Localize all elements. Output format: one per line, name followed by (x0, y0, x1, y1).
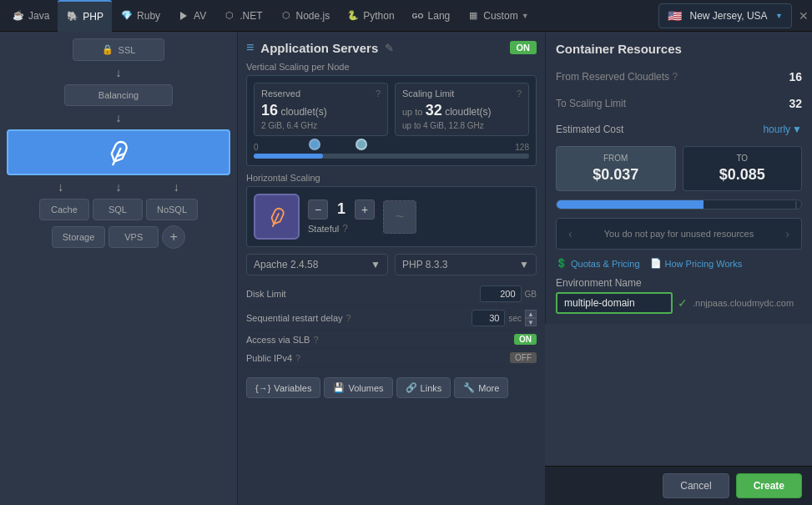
tab-java-label: Java (28, 10, 49, 22)
php-node-box[interactable] (7, 129, 230, 175)
version-row: Apache 2.4.58 ▼ PHP 8.3.3 ▼ (246, 254, 537, 275)
reserved-label: Reserved (261, 88, 300, 98)
scaling-limit-label: Scaling Limit (402, 88, 454, 98)
slider-track (254, 154, 529, 159)
reserved-help-icon[interactable]: ? (376, 88, 381, 98)
tab-php[interactable]: 🐘 PHP (58, 0, 112, 32)
storage-label: Storage (63, 232, 95, 242)
sql-node[interactable]: SQL (93, 199, 143, 220)
storage-node[interactable]: Storage (52, 226, 106, 248)
links-button[interactable]: 🔗 Links (396, 377, 451, 398)
cancel-button[interactable]: Cancel (663, 473, 729, 498)
public-ipv4-row: Public IPv4 ? OFF (246, 349, 537, 367)
pricing-works-label: How Pricing Works (665, 259, 743, 269)
public-ipv4-toggle[interactable]: OFF (510, 352, 537, 363)
next-notice-button[interactable]: › (782, 225, 793, 242)
cost-cards: FROM $0.037 TO $0.085 (556, 146, 802, 191)
counter-value: 1 (333, 200, 350, 218)
tab-dotnet[interactable]: ⬡ .NET (214, 0, 270, 32)
env-name-input[interactable] (556, 292, 673, 314)
volumes-button[interactable]: 💾 Volumes (324, 377, 392, 398)
region-selector[interactable]: 🇺🇸 New Jersey, USA ▼ (658, 3, 792, 28)
restart-delay-help-icon[interactable]: ? (346, 313, 351, 323)
restart-delay-spinner[interactable]: ▲ ▼ (525, 310, 537, 326)
reserved-box: Reserved ? 16 cloudlet(s) 2 GiB, 6.4 GHz (254, 83, 388, 136)
edit-icon[interactable]: ✎ (385, 42, 394, 54)
stateful-help-icon[interactable]: ? (342, 223, 348, 235)
horizontal-scaling-label: Horizontal Scaling (246, 173, 537, 183)
restart-delay-input[interactable] (472, 310, 505, 326)
balancing-node[interactable]: Balancing (64, 84, 173, 106)
cost-from-value: $0.037 (563, 166, 668, 184)
cost-to-card: TO $0.085 (683, 146, 803, 191)
unused-notice-text: You do not pay for unused resources (576, 229, 783, 239)
bottom-nodes: Cache SQL NoSQL (7, 199, 230, 220)
ruby-icon: 💎 (120, 9, 134, 23)
tab-java[interactable]: ☕ Java (3, 0, 58, 32)
php-version-select[interactable]: PHP 8.3.3 ▼ (395, 254, 537, 275)
php-icon: 🐘 (66, 10, 79, 23)
slider-thumb-reserved[interactable] (309, 139, 320, 150)
cache-node[interactable]: Cache (39, 199, 89, 220)
hourly-select[interactable]: hourly ▼ (763, 124, 802, 135)
reserved-sub: 2 GiB, 6.4 GHz (261, 121, 381, 130)
vps-node[interactable]: VPS (108, 226, 159, 248)
tab-nodejs[interactable]: ⬡ Node.js (271, 0, 339, 32)
cost-from-label: FROM (563, 154, 668, 163)
access-slb-help-icon[interactable]: ? (313, 335, 318, 345)
tab-ruby[interactable]: 💎 Ruby (112, 0, 169, 32)
unused-notice: ‹ You do not pay for unused resources › (556, 218, 802, 250)
spin-down[interactable]: ▼ (525, 318, 537, 326)
variables-icon: {→} (255, 383, 270, 393)
help-icon-1[interactable]: ? (672, 71, 678, 83)
volumes-label: Volumes (348, 383, 383, 393)
slider-thumb-limit[interactable] (356, 139, 367, 150)
region-dropdown-icon: ▼ (775, 12, 783, 20)
links-label: Links (421, 383, 442, 393)
scaling-boxes: Reserved ? 16 cloudlet(s) 2 GiB, 6.4 GHz… (246, 75, 537, 166)
usage-bar: | (556, 199, 802, 210)
spin-up[interactable]: ▲ (525, 310, 537, 318)
ssl-box[interactable]: 🔒 SSL (73, 38, 164, 61)
vertical-slider[interactable]: 0 128 (254, 143, 529, 159)
menu-icon: ≡ (246, 40, 254, 55)
apache-dropdown-icon: ▼ (371, 259, 381, 270)
tab-python[interactable]: 🐍 Python (338, 0, 402, 32)
svg-line-3 (269, 213, 282, 226)
scaling-row: Reserved ? 16 cloudlet(s) 2 GiB, 6.4 GHz… (254, 83, 529, 136)
more-button[interactable]: 🔧 More (454, 377, 508, 398)
counter-increment-button[interactable]: + (355, 199, 375, 220)
disk-limit-input[interactable] (480, 285, 522, 302)
php-dropdown-icon: ▼ (519, 259, 529, 270)
scaling-limit-help-icon[interactable]: ? (517, 88, 522, 98)
cost-to-value: $0.085 (690, 166, 795, 184)
tab-custom[interactable]: ▦ Custom ▼ (458, 0, 537, 32)
variables-button[interactable]: {→} Variables (246, 377, 320, 398)
counter-decrement-button[interactable]: − (308, 199, 328, 220)
tab-ruby-label: Ruby (137, 10, 160, 22)
nosql-node[interactable]: NoSQL (146, 199, 198, 220)
stateless-button[interactable]: ~ (383, 200, 416, 234)
python-icon: 🐍 (346, 9, 360, 23)
tab-lang[interactable]: GO Lang (403, 0, 459, 32)
how-pricing-works-link[interactable]: 📄 How Pricing Works (650, 258, 743, 269)
apache-version-label: Apache 2.4.58 (254, 259, 318, 270)
prev-notice-button[interactable]: ‹ (565, 225, 576, 242)
add-node-button[interactable]: + (162, 225, 185, 249)
tab-av[interactable]: AV (169, 0, 214, 32)
to-label: To Scaling Limit (556, 98, 626, 109)
up-to-label: up to (402, 107, 422, 117)
access-slb-toggle[interactable]: ON (514, 334, 537, 345)
app-servers-toggle[interactable]: ON (510, 41, 537, 54)
public-ipv4-help-icon[interactable]: ? (295, 353, 300, 363)
quotas-pricing-link[interactable]: 💲 Quotas & Pricing (556, 258, 640, 269)
right-panel: Container Resources From Reserved Cloudl… (545, 32, 812, 324)
domain-suffix: .nnjpaas.cloudmydc.com (693, 298, 794, 308)
wrench-icon: 🔧 (463, 382, 475, 393)
counter-section: − 1 + Stateful ? (308, 199, 375, 235)
hourly-dropdown-icon: ▼ (792, 124, 802, 135)
middle-panel: ≡ Application Servers ✎ ON Vertical Scal… (238, 32, 545, 505)
apache-version-select[interactable]: Apache 2.4.58 ▼ (246, 254, 388, 275)
create-button[interactable]: Create (736, 473, 802, 498)
close-button[interactable]: ✕ (795, 0, 812, 32)
